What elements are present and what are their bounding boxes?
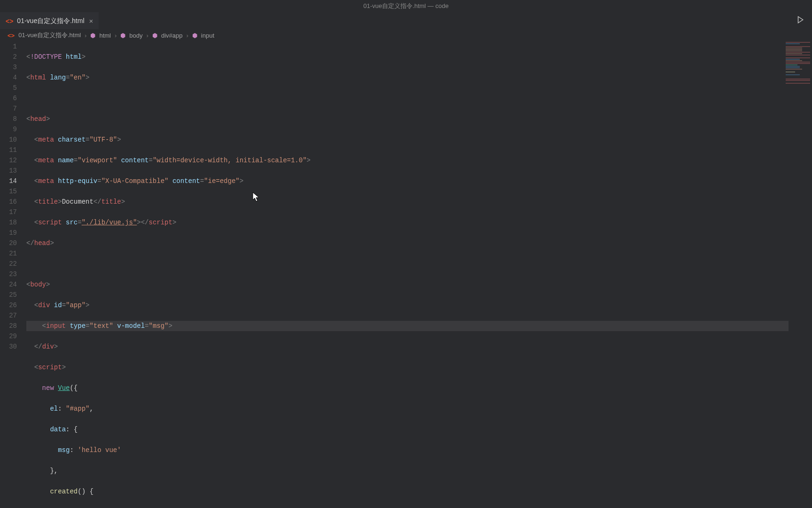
line-number: 12	[0, 155, 17, 166]
line-number: 21	[0, 248, 17, 259]
run-icon[interactable]	[796, 16, 804, 26]
chevron-right-icon: ›	[85, 32, 86, 39]
close-icon[interactable]: ×	[89, 17, 94, 25]
line-number: 6	[0, 93, 17, 103]
tab-file[interactable]: <> 01-vue自定义指令.html ×	[0, 12, 99, 29]
line-number: 22	[0, 259, 17, 269]
line-number-gutter: 1 2 3 4 5 6 7 8 9 10 11 12 13 14 15 16 1…	[0, 41, 26, 508]
code-line	[26, 93, 812, 103]
line-number: 27	[0, 310, 17, 321]
line-number: 8	[0, 114, 17, 124]
line-number: 26	[0, 300, 17, 310]
code-line: created() {	[26, 486, 812, 497]
chevron-right-icon: ›	[186, 32, 188, 39]
symbol-icon: ⬢	[152, 32, 157, 39]
breadcrumb-body[interactable]: body	[129, 32, 142, 39]
breadcrumb-html[interactable]: html	[99, 32, 111, 39]
line-number: 14	[0, 176, 17, 186]
symbol-icon: ⬢	[90, 32, 95, 39]
html-file-icon: <>	[8, 32, 15, 39]
code-line: <meta http-equiv="X-UA-Compatible" conte…	[26, 176, 812, 186]
line-number: 13	[0, 166, 17, 176]
line-number: 10	[0, 135, 17, 145]
line-number: 18	[0, 217, 17, 228]
code-line: },	[26, 466, 812, 476]
editor-area[interactable]: 1 2 3 4 5 6 7 8 9 10 11 12 13 14 15 16 1…	[0, 41, 812, 508]
line-number: 19	[0, 228, 17, 238]
tab-actions	[796, 16, 812, 26]
code-line: data: {	[26, 424, 812, 435]
line-number: 11	[0, 145, 17, 155]
symbol-icon: ⬢	[192, 32, 197, 39]
line-number: 5	[0, 83, 17, 93]
breadcrumb: <> 01-vue自定义指令.html › ⬢ html › ⬢ body › …	[0, 29, 812, 41]
code-line: <head>	[26, 114, 812, 124]
chevron-right-icon: ›	[115, 32, 117, 39]
line-number: 29	[0, 331, 17, 341]
line-number: 20	[0, 238, 17, 248]
line-number: 28	[0, 321, 17, 331]
line-number: 24	[0, 279, 17, 290]
code-line: new Vue({	[26, 383, 812, 393]
line-number: 3	[0, 62, 17, 72]
symbol-icon: ⬢	[120, 32, 125, 39]
code-line: <div id="app">	[26, 300, 812, 310]
line-number: 1	[0, 41, 17, 52]
breadcrumb-input[interactable]: input	[201, 32, 214, 39]
code-line	[26, 259, 812, 269]
code-line: msg: 'hello vue'	[26, 445, 812, 455]
code-line: <script>	[26, 362, 812, 373]
code-line: <body>	[26, 279, 812, 290]
breadcrumb-div[interactable]: div#app	[161, 32, 183, 39]
window-title: 01-vue自定义指令.html — code	[363, 2, 448, 10]
line-number: 15	[0, 186, 17, 197]
code-line: <title>Document</title>	[26, 197, 812, 207]
line-number: 23	[0, 269, 17, 279]
code-line: </head>	[26, 238, 812, 248]
line-number: 7	[0, 103, 17, 114]
code-line: <html lang="en">	[26, 72, 812, 83]
code-line: <script src="./lib/vue.js"></script>	[26, 217, 812, 228]
code-line: <meta name="viewport" content="width=dev…	[26, 155, 812, 166]
window-title-bar: 01-vue自定义指令.html — code	[0, 0, 812, 12]
line-number: 17	[0, 207, 17, 217]
code-line: <!DOCTYPE html>	[26, 52, 812, 62]
line-number: 9	[0, 124, 17, 135]
code-line: <meta charset="UTF-8">	[26, 135, 812, 145]
code-content[interactable]: <!DOCTYPE html> <html lang="en"> <head> …	[26, 41, 812, 508]
line-number: 2	[0, 52, 17, 62]
html-file-icon: <>	[6, 17, 13, 25]
code-line: el: "#app",	[26, 404, 812, 414]
code-line-active: <input type="text" v-model="msg">	[26, 321, 789, 331]
tab-bar: <> 01-vue自定义指令.html ×	[0, 12, 812, 29]
tab-filename: 01-vue自定义指令.html	[17, 17, 84, 25]
line-number: 16	[0, 197, 17, 207]
code-line: </div>	[26, 341, 812, 352]
line-number: 25	[0, 290, 17, 300]
line-number: 30	[0, 341, 17, 352]
breadcrumb-file[interactable]: 01-vue自定义指令.html	[18, 31, 81, 40]
chevron-right-icon: ›	[147, 32, 148, 39]
line-number: 4	[0, 72, 17, 83]
